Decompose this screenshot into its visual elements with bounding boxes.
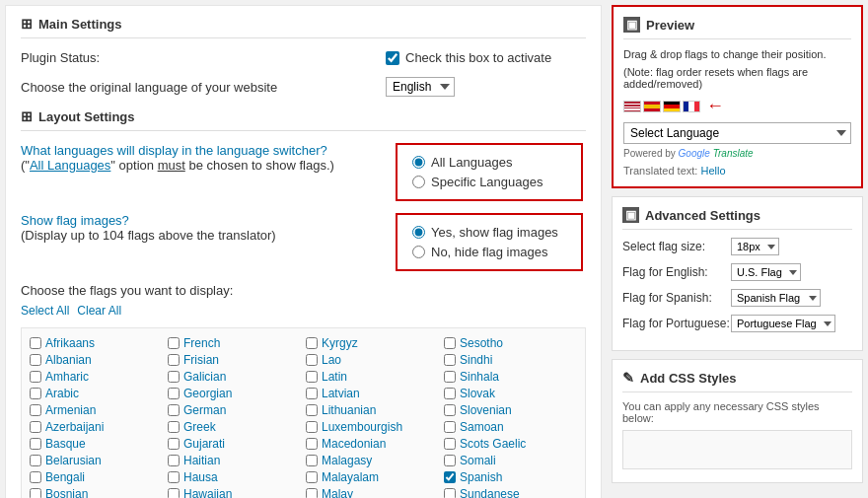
main-settings-header: ⊞ Main Settings <box>21 16 586 38</box>
lang-checkbox-afrikaans[interactable] <box>30 337 41 349</box>
original-language-control: English Spanish French <box>386 77 586 97</box>
list-item: Georgian <box>168 387 301 400</box>
lang-checkbox-scots-gaelic[interactable] <box>444 438 456 450</box>
lang-checkbox-somali[interactable] <box>444 455 456 466</box>
css-textarea[interactable] <box>622 430 852 469</box>
all-languages-radio[interactable] <box>412 156 425 169</box>
lang-checkbox-sindhi[interactable] <box>444 354 456 366</box>
lang-checkbox-belarusian[interactable] <box>30 455 41 466</box>
lang-checkbox-spanish[interactable] <box>444 471 456 483</box>
lang-checkbox-basque[interactable] <box>30 438 41 450</box>
flag-de-icon <box>663 101 681 112</box>
lang-checkbox-lithuanian[interactable] <box>306 404 318 416</box>
flag-portuguese-row: Flag for Portuguese: Portuguese FlagBraz… <box>622 315 852 332</box>
language-display-label: What languages will display in the langu… <box>21 143 386 173</box>
list-item: Slovenian <box>444 403 577 417</box>
lang-checkbox-german[interactable] <box>168 404 180 416</box>
select-language-dropdown[interactable]: Select Language <box>623 122 851 144</box>
select-all-link[interactable]: Select All <box>21 304 69 318</box>
lang-checkbox-hawaiian[interactable] <box>168 488 180 498</box>
lang-checkbox-bosnian[interactable] <box>30 488 41 498</box>
flag-images-options: Yes, show flag images No, hide flag imag… <box>396 213 583 271</box>
lang-checkbox-hausa[interactable] <box>168 471 180 483</box>
flag-english-dropdown[interactable]: U.S. FlagUK Flag <box>731 263 801 281</box>
preview-panel: ▣ Preview Drag & drop flags to change th… <box>612 5 863 188</box>
advanced-settings-panel: ▣ Advanced Settings Select flag size: 18… <box>612 196 863 351</box>
preview-header: ▣ Preview <box>623 17 851 39</box>
lang-col-3: Kyrgyz Lao Latin Latvian Lithuanian Luxe… <box>306 336 439 498</box>
lang-col-1: Afrikaans Albanian Amharic Arabic Armeni… <box>30 336 163 498</box>
original-language-row: Choose the original language of your web… <box>21 77 586 97</box>
lang-checkbox-amharic[interactable] <box>30 371 41 383</box>
lang-checkbox-sesotho[interactable] <box>444 337 456 349</box>
lang-checkbox-haitian[interactable] <box>168 455 180 466</box>
preview-title: Preview <box>646 18 694 33</box>
lang-checkbox-gujarati[interactable] <box>168 438 180 450</box>
flag-english-row: Flag for English: U.S. FlagUK Flag <box>622 263 852 281</box>
lang-checkbox-slovenian[interactable] <box>444 404 456 416</box>
flag-size-dropdown[interactable]: 18px16px20px <box>731 238 779 255</box>
lang-checkbox-kyrgyz[interactable] <box>306 337 318 349</box>
list-item: Basque <box>30 437 163 451</box>
lang-checkbox-samoan[interactable] <box>444 421 456 433</box>
plugin-status-checkbox[interactable] <box>386 51 399 65</box>
show-flags-radio[interactable] <box>412 226 425 239</box>
lang-checkbox-sinhala[interactable] <box>444 371 456 383</box>
lang-checkbox-latin[interactable] <box>306 371 318 383</box>
list-item: Galician <box>168 370 301 384</box>
lang-checkbox-greek[interactable] <box>168 421 180 433</box>
powered-by-text: Powered by <box>623 148 676 159</box>
lang-checkbox-french[interactable] <box>168 337 180 349</box>
lang-checkbox-georgian[interactable] <box>168 388 180 399</box>
lang-checkbox-sundanese[interactable] <box>444 488 456 498</box>
list-item: Belarusian <box>30 454 163 467</box>
language-grid: Afrikaans Albanian Amharic Arabic Armeni… <box>30 336 577 498</box>
flag-images-label1: Show flag images? <box>21 213 386 228</box>
lang-checkbox-lao[interactable] <box>306 354 318 366</box>
specific-languages-radio[interactable] <box>412 176 425 188</box>
arrow-indicator: ← <box>706 96 724 116</box>
lang-checkbox-frisian[interactable] <box>168 354 180 366</box>
clear-all-link[interactable]: Clear All <box>77 304 121 318</box>
flag-spanish-dropdown[interactable]: Spanish FlagMexican Flag <box>731 289 821 307</box>
list-item: Kyrgyz <box>306 336 439 350</box>
list-item: Malay <box>306 487 439 498</box>
preview-drag-text: Drag & drop flags to change their positi… <box>623 47 851 62</box>
main-settings-title: Main Settings <box>38 17 122 32</box>
lang-checkbox-azerbaijani[interactable] <box>30 421 41 433</box>
lang-checkbox-latvian[interactable] <box>306 388 318 399</box>
list-item: Arabic <box>30 387 163 400</box>
flag-portuguese-dropdown[interactable]: Portuguese FlagBrazilian Flag <box>731 315 835 332</box>
all-languages-label: All Languages <box>431 155 512 170</box>
lang-checkbox-bengali[interactable] <box>30 471 41 483</box>
choose-flags-label: Choose the flags you want to display: <box>21 283 586 298</box>
list-item: Hausa <box>168 470 301 484</box>
original-language-dropdown[interactable]: English Spanish French <box>386 77 455 97</box>
hide-flags-label: No, hide flag images <box>431 245 548 259</box>
css-note: You can apply any necessary CSS styles b… <box>622 400 852 424</box>
lang-checkbox-luxembourgish[interactable] <box>306 421 318 433</box>
hide-flags-radio[interactable] <box>412 246 425 258</box>
lang-checkbox-macedonian[interactable] <box>306 438 318 450</box>
list-item: Latvian <box>306 387 439 400</box>
layout-icon: ⊞ <box>21 108 33 124</box>
language-display-label2: ("All Languages" option must be chosen t… <box>21 158 386 173</box>
right-sidebar: ▣ Preview Drag & drop flags to change th… <box>607 0 868 498</box>
css-styles-panel: ✎ Add CSS Styles You can apply any neces… <box>612 359 863 483</box>
lang-checkbox-arabic[interactable] <box>30 388 41 399</box>
lang-checkbox-slovak[interactable] <box>444 388 456 399</box>
lang-checkbox-armenian[interactable] <box>30 404 41 416</box>
list-item: Somali <box>444 454 577 467</box>
lang-checkbox-galician[interactable] <box>168 371 180 383</box>
all-languages-option: All Languages <box>412 155 566 170</box>
list-item: Hawaiian <box>168 487 301 498</box>
lang-checkbox-malagasy[interactable] <box>306 455 318 466</box>
flag-fr-icon <box>683 101 700 112</box>
hide-flags-option: No, hide flag images <box>412 245 566 259</box>
lang-checkbox-albanian[interactable] <box>30 354 41 366</box>
list-item: Slovak <box>444 387 577 400</box>
lang-checkbox-malayalam[interactable] <box>306 471 318 483</box>
list-item: Haitian <box>168 454 301 467</box>
show-flags-option: Yes, show flag images <box>412 225 566 240</box>
lang-checkbox-malay[interactable] <box>306 488 318 498</box>
